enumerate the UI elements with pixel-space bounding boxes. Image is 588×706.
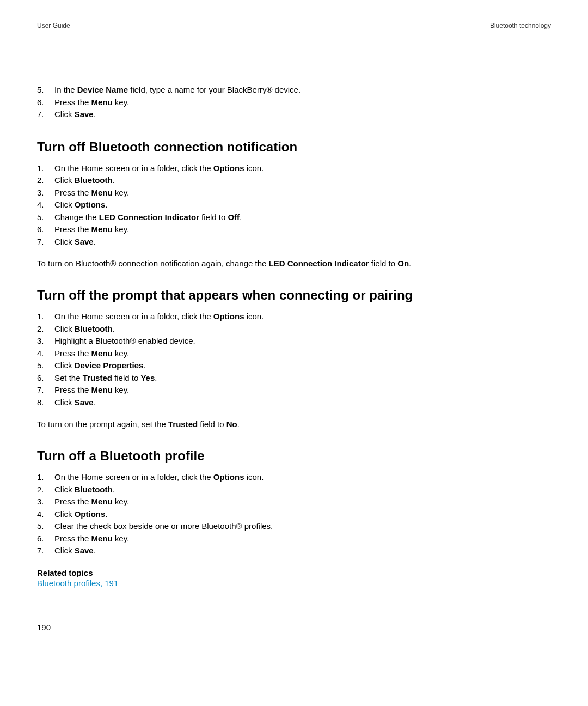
step-number: 2.: [37, 323, 44, 336]
bold-text: Trusted: [83, 373, 112, 382]
step-number: 6.: [37, 372, 44, 385]
note-pre: To turn on Bluetooth® connection notific…: [37, 259, 269, 268]
step-text: Press the: [54, 224, 91, 234]
bold-text: Device Name: [77, 85, 128, 94]
step-number: 5.: [37, 520, 44, 533]
step-number: 7.: [37, 384, 44, 397]
steps-list: 1. On the Home screen or in a folder, cl…: [37, 471, 551, 557]
step-text: .: [113, 324, 115, 333]
list-item: 6. Press the Menu key.: [37, 533, 551, 545]
step-number: 2.: [37, 174, 44, 187]
list-item: 1. On the Home screen or in a folder, cl…: [37, 311, 551, 323]
list-item: 6. Press the Menu key.: [37, 223, 551, 236]
step-text: Click: [54, 324, 75, 333]
list-item: 5. Change the LED Connection Indicator f…: [37, 211, 551, 224]
step-number: 3.: [37, 335, 44, 348]
step-text: On the Home screen or in a folder, click…: [54, 472, 213, 482]
bold-text: Yes: [140, 373, 155, 382]
step-text: .: [143, 361, 145, 370]
step-text: Click: [54, 109, 75, 119]
header-right: Bluetooth technology: [490, 22, 551, 29]
step-text: Press the: [54, 497, 91, 506]
step-text: Press the: [54, 349, 91, 358]
step-number: 4.: [37, 348, 44, 360]
step-text: .: [155, 373, 157, 382]
bold-text: Menu: [91, 188, 113, 197]
list-item: 4. Press the Menu key.: [37, 348, 551, 360]
bold-text: Save: [75, 398, 94, 407]
step-text: key.: [113, 497, 130, 506]
bold-text: Options: [213, 472, 244, 482]
step-text: key.: [113, 349, 130, 358]
step-number: 6.: [37, 96, 44, 109]
step-text: .: [240, 212, 242, 222]
step-text: In the: [54, 85, 77, 94]
step-number: 1.: [37, 471, 44, 484]
list-item: 4. Click Options.: [37, 199, 551, 211]
section-heading: Turn off a Bluetooth profile: [37, 448, 551, 464]
step-text: .: [105, 509, 107, 519]
step-number: 7.: [37, 236, 44, 248]
step-number: 5.: [37, 360, 44, 372]
bold-text: LED Connection Indicator: [269, 259, 369, 268]
list-item: 5. Clear the check box beside one or mor…: [37, 520, 551, 533]
step-text: .: [94, 237, 96, 246]
step-text: On the Home screen or in a folder, click…: [54, 163, 213, 173]
list-item: 3. Press the Menu key.: [37, 496, 551, 508]
step-number: 7.: [37, 108, 44, 121]
list-item: 7. Click Save.: [37, 108, 551, 121]
step-text: Click: [54, 546, 75, 555]
bold-text: Off: [228, 212, 240, 222]
page-number: 190: [37, 623, 51, 632]
step-text: Press the: [54, 98, 91, 107]
step-text: key.: [113, 385, 130, 394]
step-text: key.: [113, 224, 130, 234]
step-text: .: [113, 485, 115, 494]
step-text: Click: [54, 398, 75, 407]
step-text: icon.: [244, 163, 264, 173]
bold-text: Menu: [91, 497, 113, 506]
step-text: Click: [54, 200, 75, 209]
note-text: To turn on the prompt again, set the Tru…: [37, 418, 551, 430]
step-text: .: [105, 200, 107, 209]
step-text: .: [94, 398, 96, 407]
step-text: Press the: [54, 385, 91, 394]
bold-text: LED Connection Indicator: [99, 212, 199, 222]
section-heading: Turn off the prompt that appears when co…: [37, 288, 551, 303]
bold-text: On: [397, 259, 409, 268]
header-left: User Guide: [37, 22, 70, 29]
step-text: Click: [54, 361, 75, 370]
bold-text: Menu: [91, 224, 113, 234]
step-text: Press the: [54, 188, 91, 197]
bold-text: Options: [213, 163, 244, 173]
bold-text: Device Properties: [75, 361, 144, 370]
list-item: 6. Press the Menu key.: [37, 96, 551, 109]
step-text: icon.: [244, 472, 264, 482]
list-item: 2. Click Bluetooth.: [37, 484, 551, 496]
list-item: 2. Click Bluetooth.: [37, 174, 551, 187]
step-text: key.: [113, 188, 130, 197]
list-item: 3. Press the Menu key.: [37, 187, 551, 199]
list-item: 6. Set the Trusted field to Yes.: [37, 372, 551, 385]
step-text: icon.: [244, 312, 264, 321]
bold-text: No: [226, 419, 237, 429]
note-pre: To turn on the prompt again, set the: [37, 419, 168, 429]
step-number: 8.: [37, 397, 44, 409]
step-text: Press the: [54, 534, 91, 543]
step-number: 6.: [37, 533, 44, 545]
list-item: 8. Click Save.: [37, 397, 551, 409]
note-post: .: [409, 259, 411, 268]
bold-text: Save: [75, 237, 94, 246]
bold-text: Menu: [91, 98, 113, 107]
bold-text: Bluetooth: [75, 175, 113, 185]
list-item: 7. Press the Menu key.: [37, 384, 551, 397]
list-item: 4. Click Options.: [37, 508, 551, 521]
note-post: .: [237, 419, 240, 429]
list-item: 1. On the Home screen or in a folder, cl…: [37, 162, 551, 175]
step-text: Highlight a Bluetooth® enabled device.: [54, 336, 195, 345]
bold-text: Save: [75, 109, 94, 119]
step-number: 2.: [37, 484, 44, 496]
step-text: Click: [54, 485, 75, 494]
step-text: Change the: [54, 212, 99, 222]
related-link[interactable]: Bluetooth profiles, 191: [37, 579, 118, 588]
